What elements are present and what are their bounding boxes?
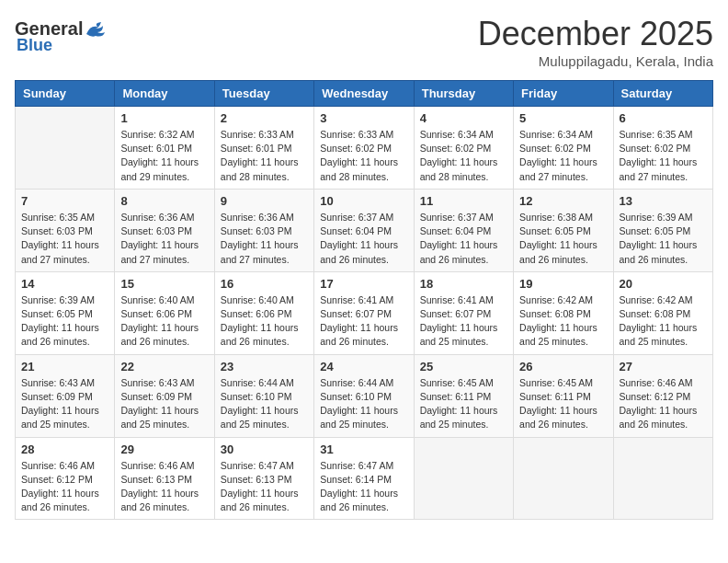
logo-bird-icon: [85, 21, 105, 38]
calendar-cell: 1Sunrise: 6:32 AMSunset: 6:01 PMDaylight…: [115, 107, 214, 190]
weekday-header-wednesday: Wednesday: [314, 81, 414, 107]
cell-sun-info: Sunrise: 6:40 AMSunset: 6:06 PMDaylight:…: [221, 293, 308, 350]
weekday-header-tuesday: Tuesday: [214, 81, 313, 107]
cell-sun-info: Sunrise: 6:36 AMSunset: 6:03 PMDaylight:…: [221, 211, 308, 267]
cell-sun-info: Sunrise: 6:34 AMSunset: 6:02 PMDaylight:…: [420, 128, 507, 184]
cell-date-number: 19: [519, 277, 607, 291]
cell-sun-info: Sunrise: 6:46 AMSunset: 6:12 PMDaylight:…: [620, 376, 707, 432]
cell-sun-info: Sunrise: 6:43 AMSunset: 6:09 PMDaylight:…: [21, 376, 108, 432]
cell-date-number: 29: [120, 442, 208, 456]
cell-sun-info: Sunrise: 6:45 AMSunset: 6:11 PMDaylight:…: [420, 376, 507, 432]
cell-sun-info: Sunrise: 6:36 AMSunset: 6:03 PMDaylight:…: [120, 211, 208, 267]
cell-date-number: 31: [320, 442, 407, 456]
cell-sun-info: Sunrise: 6:42 AMSunset: 6:08 PMDaylight:…: [519, 293, 607, 350]
cell-date-number: 1: [120, 111, 208, 125]
cell-date-number: 14: [21, 277, 108, 291]
cell-sun-info: Sunrise: 6:46 AMSunset: 6:13 PMDaylight:…: [120, 459, 208, 515]
calendar-cell: 16Sunrise: 6:40 AMSunset: 6:06 PMDayligh…: [214, 271, 313, 354]
calendar-cell: 13Sunrise: 6:39 AMSunset: 6:05 PMDayligh…: [613, 189, 712, 271]
logo: General Blue: [15, 18, 105, 55]
calendar-week-row: 28Sunrise: 6:46 AMSunset: 6:12 PMDayligh…: [16, 437, 713, 520]
cell-sun-info: Sunrise: 6:43 AMSunset: 6:09 PMDaylight:…: [120, 376, 208, 432]
cell-sun-info: Sunrise: 6:32 AMSunset: 6:01 PMDaylight:…: [120, 128, 208, 184]
calendar-cell: 31Sunrise: 6:47 AMSunset: 6:14 PMDayligh…: [314, 437, 414, 520]
cell-date-number: 9: [221, 194, 308, 208]
calendar-cell: [16, 107, 115, 190]
cell-sun-info: Sunrise: 6:37 AMSunset: 6:04 PMDaylight:…: [420, 211, 507, 267]
calendar-cell: 17Sunrise: 6:41 AMSunset: 6:07 PMDayligh…: [314, 271, 414, 354]
calendar-week-row: 1Sunrise: 6:32 AMSunset: 6:01 PMDaylight…: [16, 107, 713, 190]
calendar-cell: 20Sunrise: 6:42 AMSunset: 6:08 PMDayligh…: [613, 271, 712, 354]
calendar-cell: 12Sunrise: 6:38 AMSunset: 6:05 PMDayligh…: [514, 189, 613, 271]
cell-sun-info: Sunrise: 6:39 AMSunset: 6:05 PMDaylight:…: [21, 293, 108, 350]
calendar-cell: 22Sunrise: 6:43 AMSunset: 6:09 PMDayligh…: [115, 354, 214, 437]
cell-date-number: 27: [620, 360, 707, 373]
cell-date-number: 6: [620, 111, 707, 125]
cell-date-number: 2: [221, 111, 308, 125]
cell-date-number: 4: [420, 111, 507, 125]
cell-date-number: 28: [21, 442, 108, 456]
calendar-cell: 25Sunrise: 6:45 AMSunset: 6:11 PMDayligh…: [414, 354, 513, 437]
calendar-cell: 10Sunrise: 6:37 AMSunset: 6:04 PMDayligh…: [314, 189, 414, 271]
cell-date-number: 26: [519, 360, 607, 373]
calendar-cell: [514, 437, 613, 520]
cell-sun-info: Sunrise: 6:40 AMSunset: 6:06 PMDaylight:…: [120, 293, 208, 350]
calendar-cell: 15Sunrise: 6:40 AMSunset: 6:06 PMDayligh…: [115, 271, 214, 354]
cell-date-number: 17: [320, 277, 407, 291]
cell-date-number: 8: [120, 194, 208, 208]
cell-sun-info: Sunrise: 6:47 AMSunset: 6:13 PMDaylight:…: [221, 459, 308, 515]
location-text: Muluppilagadu, Kerala, India: [478, 53, 713, 69]
cell-sun-info: Sunrise: 6:41 AMSunset: 6:07 PMDaylight:…: [420, 293, 507, 350]
cell-date-number: 15: [120, 277, 208, 291]
calendar-week-row: 14Sunrise: 6:39 AMSunset: 6:05 PMDayligh…: [16, 271, 713, 354]
cell-sun-info: Sunrise: 6:33 AMSunset: 6:02 PMDaylight:…: [320, 128, 407, 184]
weekday-header-saturday: Saturday: [613, 81, 712, 107]
cell-date-number: 3: [320, 111, 407, 125]
cell-date-number: 13: [620, 194, 707, 208]
cell-date-number: 10: [320, 194, 407, 208]
calendar-cell: [613, 437, 712, 520]
cell-sun-info: Sunrise: 6:44 AMSunset: 6:10 PMDaylight:…: [320, 376, 407, 432]
cell-date-number: 30: [221, 442, 308, 456]
cell-sun-info: Sunrise: 6:38 AMSunset: 6:05 PMDaylight:…: [519, 211, 607, 267]
cell-date-number: 16: [221, 277, 308, 291]
cell-sun-info: Sunrise: 6:45 AMSunset: 6:11 PMDaylight:…: [519, 376, 607, 432]
calendar-cell: 19Sunrise: 6:42 AMSunset: 6:08 PMDayligh…: [514, 271, 613, 354]
calendar-cell: 5Sunrise: 6:34 AMSunset: 6:02 PMDaylight…: [514, 107, 613, 190]
calendar-cell: 26Sunrise: 6:45 AMSunset: 6:11 PMDayligh…: [514, 354, 613, 437]
title-area: December 2025 Muluppilagadu, Kerala, Ind…: [478, 15, 713, 69]
calendar-cell: 18Sunrise: 6:41 AMSunset: 6:07 PMDayligh…: [414, 271, 513, 354]
cell-sun-info: Sunrise: 6:44 AMSunset: 6:10 PMDaylight:…: [221, 376, 308, 432]
calendar-header-row: SundayMondayTuesdayWednesdayThursdayFrid…: [16, 81, 713, 107]
weekday-header-thursday: Thursday: [414, 81, 513, 107]
cell-date-number: 5: [519, 111, 607, 125]
calendar-cell: 4Sunrise: 6:34 AMSunset: 6:02 PMDaylight…: [414, 107, 513, 190]
cell-date-number: 24: [320, 360, 407, 373]
calendar-cell: 8Sunrise: 6:36 AMSunset: 6:03 PMDaylight…: [115, 189, 214, 271]
calendar-cell: 7Sunrise: 6:35 AMSunset: 6:03 PMDaylight…: [16, 189, 115, 271]
calendar-cell: 2Sunrise: 6:33 AMSunset: 6:01 PMDaylight…: [214, 107, 313, 190]
cell-date-number: 18: [420, 277, 507, 291]
calendar-table: SundayMondayTuesdayWednesdayThursdayFrid…: [15, 80, 713, 520]
cell-date-number: 7: [21, 194, 108, 208]
cell-sun-info: Sunrise: 6:47 AMSunset: 6:14 PMDaylight:…: [320, 459, 407, 515]
calendar-cell: 24Sunrise: 6:44 AMSunset: 6:10 PMDayligh…: [314, 354, 414, 437]
calendar-week-row: 7Sunrise: 6:35 AMSunset: 6:03 PMDaylight…: [16, 189, 713, 271]
weekday-header-monday: Monday: [115, 81, 214, 107]
cell-date-number: 21: [21, 360, 108, 373]
calendar-cell: 28Sunrise: 6:46 AMSunset: 6:12 PMDayligh…: [16, 437, 115, 520]
calendar-cell: [414, 437, 513, 520]
weekday-header-friday: Friday: [514, 81, 613, 107]
cell-sun-info: Sunrise: 6:33 AMSunset: 6:01 PMDaylight:…: [221, 128, 308, 184]
calendar-cell: 14Sunrise: 6:39 AMSunset: 6:05 PMDayligh…: [16, 271, 115, 354]
cell-date-number: 20: [620, 277, 707, 291]
cell-sun-info: Sunrise: 6:35 AMSunset: 6:03 PMDaylight:…: [21, 211, 108, 267]
cell-date-number: 12: [519, 194, 607, 208]
cell-sun-info: Sunrise: 6:39 AMSunset: 6:05 PMDaylight:…: [620, 211, 707, 267]
header: General Blue December 2025 Muluppilagadu…: [15, 15, 713, 69]
cell-date-number: 22: [120, 360, 208, 373]
cell-sun-info: Sunrise: 6:41 AMSunset: 6:07 PMDaylight:…: [320, 293, 407, 350]
calendar-week-row: 21Sunrise: 6:43 AMSunset: 6:09 PMDayligh…: [16, 354, 713, 437]
cell-date-number: 25: [420, 360, 507, 373]
cell-sun-info: Sunrise: 6:46 AMSunset: 6:12 PMDaylight:…: [21, 459, 108, 515]
